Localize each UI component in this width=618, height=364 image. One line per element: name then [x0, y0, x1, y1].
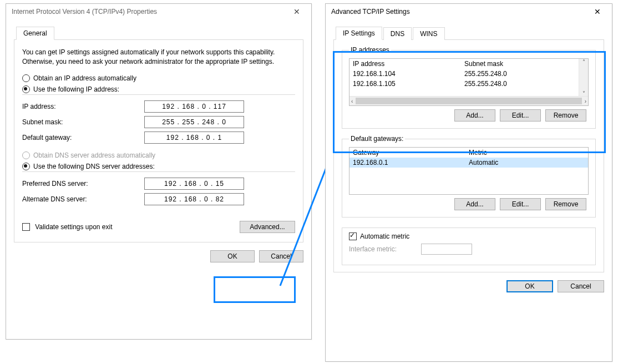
radio-icon — [22, 163, 30, 170]
radio-icon — [22, 151, 30, 159]
group-ip-legend: IP addresses — [349, 46, 391, 54]
tab-wins[interactable]: WINS — [413, 27, 444, 40]
scroll-left-icon[interactable]: ‹ — [349, 98, 354, 104]
ipv4-tabstrip: General — [14, 25, 303, 40]
lbl-iface-metric: Interface metric: — [349, 245, 421, 253]
cancel-button[interactable]: Cancel — [259, 250, 303, 262]
ip-address-field[interactable]: 192 . 168 . 0 . 117 — [144, 100, 244, 113]
auto-metric-row[interactable]: Automatic metric — [349, 232, 589, 240]
advanced-button[interactable]: Advanced... — [240, 221, 295, 233]
ipv4-properties-dialog: Internet Protocol Version 4 (TCP/IPv4) P… — [6, 3, 312, 340]
edit-button[interactable]: Edit... — [500, 198, 541, 210]
list-item[interactable]: 192.168.1.104 255.255.248.0 — [349, 69, 588, 79]
radio-obtain-dns-row: Obtain DNS server address automatically — [22, 151, 295, 159]
iface-metric-field — [421, 244, 472, 255]
radio-icon — [22, 74, 30, 82]
adv-tabstrip: IP Settings DNS WINS — [333, 25, 604, 40]
col-metric: Metric — [469, 149, 585, 156]
tab-dns[interactable]: DNS — [383, 27, 412, 40]
ipv4-titlebar: Internet Protocol Version 4 (TCP/IPv4) P… — [6, 4, 311, 19]
ip-addresses-list[interactable]: IP address Subnet mask 192.168.1.104 255… — [349, 58, 589, 106]
tab-ip-settings[interactable]: IP Settings — [336, 27, 382, 40]
validate-checkbox-row[interactable]: Validate settings upon exit — [22, 223, 113, 231]
vertical-scrollbar[interactable]: ˄ ˅ — [579, 59, 588, 97]
adv-body: IP Settings DNS WINS IP addresses IP add… — [326, 19, 612, 297]
subnet-mask-field[interactable]: 255 . 255 . 248 . 0 — [144, 116, 244, 128]
ipv4-title: Internet Protocol Version 4 (TCP/IPv4) P… — [12, 8, 157, 16]
ok-button[interactable]: OK — [210, 250, 255, 262]
add-button[interactable]: Add... — [454, 198, 495, 210]
col-subnet-mask: Subnet mask — [464, 60, 576, 68]
edit-button[interactable]: Edit... — [500, 109, 541, 122]
radio-obtain-ip-row[interactable]: Obtain an IP address automatically — [22, 74, 295, 82]
col-gateway: Gateway — [353, 149, 469, 156]
dns-block: Obtain DNS server address automatically … — [22, 151, 295, 205]
scroll-right-icon[interactable]: › — [583, 98, 588, 104]
validate-advanced-row: Validate settings upon exit Advanced... — [22, 221, 295, 233]
ipv4-tabpanel: You can get IP settings assigned automat… — [14, 40, 303, 242]
ipv4-body: General You can get IP settings assigned… — [6, 19, 311, 267]
adv-tabpanel: IP addresses IP address Subnet mask 192.… — [333, 40, 604, 272]
radio-obtain-ip-label: Obtain an IP address automatically — [33, 74, 136, 82]
ipv4-dialog-buttons: OK Cancel — [14, 250, 303, 262]
ipv4-intro-text: You can get IP settings assigned automat… — [22, 48, 295, 67]
list-item[interactable]: 192.168.0.1 Automatic — [349, 158, 588, 168]
dns-fields: Preferred DNS server: 192 . 168 . 0 . 15… — [22, 171, 295, 205]
cell-gateway: 192.168.0.1 — [353, 159, 469, 166]
list-item[interactable]: 192.168.1.105 255.255.248.0 — [349, 79, 588, 88]
close-icon[interactable]: ✕ — [586, 6, 609, 18]
lbl-preferred-dns: Preferred DNS server: — [22, 180, 144, 188]
scroll-up-icon[interactable]: ˄ — [581, 59, 587, 65]
group-metric: Automatic metric Interface metric: — [342, 228, 596, 265]
close-icon[interactable]: ✕ — [286, 6, 308, 18]
checkbox-icon — [22, 223, 30, 231]
lbl-ip-address: IP address: — [22, 103, 144, 110]
lbl-validate: Validate settings upon exit — [35, 223, 112, 231]
cell-mask: 255.255.248.0 — [464, 80, 576, 88]
ip-block: Obtain an IP address automatically Use t… — [22, 74, 295, 144]
col-ip-address: IP address — [353, 60, 464, 68]
adv-dialog-buttons: OK Cancel — [333, 280, 604, 292]
adv-titlebar: Advanced TCP/IP Settings ✕ — [326, 4, 612, 19]
lbl-alternate-dns: Alternate DNS server: — [22, 195, 144, 203]
radio-use-dns-row[interactable]: Use the following DNS server addresses: — [22, 163, 295, 170]
add-button[interactable]: Add... — [454, 109, 495, 122]
checkbox-icon — [349, 232, 357, 240]
advanced-tcpip-dialog: Advanced TCP/IP Settings ✕ IP Settings D… — [325, 3, 612, 362]
radio-use-ip-row[interactable]: Use the following IP address: — [22, 85, 295, 93]
preferred-dns-field[interactable]: 192 . 168 . 0 . 15 — [144, 178, 244, 190]
tab-general[interactable]: General — [16, 27, 54, 40]
ip-fields: IP address: 192 . 168 . 0 . 117 Subnet m… — [22, 94, 295, 144]
gw-buttons: Add... Edit... Remove — [349, 198, 589, 210]
default-gateway-field[interactable]: 192 . 168 . 0 . 1 — [144, 132, 244, 144]
adv-title: Advanced TCP/IP Settings — [331, 8, 410, 16]
iface-metric-row: Interface metric: — [349, 244, 589, 255]
lbl-auto-metric: Automatic metric — [360, 232, 409, 240]
cell-mask: 255.255.248.0 — [464, 70, 576, 78]
group-ip-addresses: IP addresses IP address Subnet mask 192.… — [342, 50, 596, 129]
cancel-button[interactable]: Cancel — [558, 280, 604, 292]
remove-button[interactable]: Remove — [545, 109, 586, 122]
scroll-thumb[interactable] — [356, 98, 581, 104]
radio-use-dns-label: Use the following DNS server addresses: — [33, 163, 155, 170]
alternate-dns-field[interactable]: 192 . 168 . 0 . 82 — [144, 193, 244, 205]
cell-ip: 192.168.1.104 — [353, 70, 464, 78]
radio-obtain-dns-label: Obtain DNS server address automatically — [33, 151, 155, 159]
group-gw-legend: Default gateways: — [349, 135, 405, 143]
radio-use-ip-label: Use the following IP address: — [33, 85, 119, 93]
lbl-default-gateway: Default gateway: — [22, 134, 144, 141]
cell-metric: Automatic — [469, 159, 585, 166]
lbl-subnet-mask: Subnet mask: — [22, 118, 144, 126]
horizontal-scrollbar[interactable]: ‹ › — [349, 96, 588, 105]
gateways-list[interactable]: Gateway Metric 192.168.0.1 Automatic — [349, 147, 589, 195]
ip-buttons: Add... Edit... Remove — [349, 109, 589, 122]
group-default-gateways: Default gateways: Gateway Metric 192.168… — [342, 139, 596, 218]
ok-button[interactable]: OK — [506, 280, 553, 292]
remove-button[interactable]: Remove — [545, 198, 586, 210]
cell-ip: 192.168.1.105 — [353, 80, 464, 88]
radio-icon — [22, 85, 30, 93]
